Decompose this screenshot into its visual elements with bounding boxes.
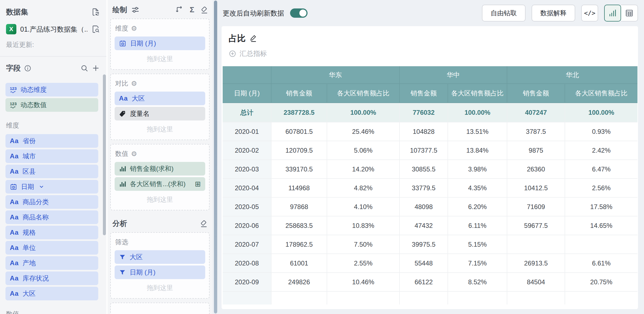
bar-chart-icon	[119, 165, 126, 172]
pill-label: 动态数值	[20, 101, 47, 109]
sidebar-field-城市[interactable]: Aa城市	[5, 149, 98, 163]
pill-label: 大区	[23, 289, 36, 298]
text-field-icon: Aa	[10, 290, 19, 297]
sidebar-field-动态维度[interactable]: 123动态维度	[5, 83, 98, 96]
sidebar-field-产地[interactable]: Aa产地	[5, 256, 98, 270]
sidebar-field-规格[interactable]: Aa规格	[5, 226, 98, 239]
table-cell: 30855.5	[399, 160, 448, 179]
filter-dropzone[interactable]: 筛选 大区日期 (月) 拖到这里	[110, 232, 210, 299]
clear-canvas-eraser-icon[interactable]	[200, 6, 208, 14]
value-zone-label: 数值	[115, 149, 128, 158]
text-field-icon: Aa	[10, 137, 19, 145]
free-drill-button[interactable]: 自由钻取	[482, 5, 526, 22]
dimension-zone-label: 维度	[115, 24, 128, 33]
sidebar-field-省份[interactable]: Aa省份	[5, 134, 98, 148]
sidebar-field-日期[interactable]: 日期	[5, 180, 98, 194]
switch-dataset-icon[interactable]	[91, 8, 100, 16]
table-cell: 607801.5	[271, 122, 327, 141]
sidebar-field-单位[interactable]: Aa单位	[5, 241, 98, 255]
chart-view-button[interactable]	[604, 5, 621, 22]
table-cell: 4.10%	[327, 197, 399, 216]
table-cell: 0.93%	[565, 122, 637, 141]
aggregate-sigma-icon[interactable]: Σ	[190, 5, 194, 14]
dimension-gear-icon[interactable]: ⚙	[131, 25, 137, 32]
table-cell	[565, 235, 637, 254]
zone-pill-大区[interactable]: Aa大区	[115, 92, 205, 105]
text-field-icon: Aa	[10, 229, 19, 236]
table-cell: 14.65%	[565, 216, 637, 235]
column-header: 销售金额	[271, 84, 327, 103]
pill-label: 商品分类	[23, 198, 49, 206]
text-field-icon: Aa	[10, 152, 19, 160]
dataset-name: 01.产品练习数据集（...	[20, 25, 87, 34]
zone-pill-销售金额(求和)[interactable]: 销售金额(求和)	[115, 162, 205, 176]
auto-refresh-toggle[interactable]	[290, 8, 308, 18]
value-dropzone[interactable]: 数值 ⚙ 销售金额(求和)各大区销售...(求和)⊞ 拖到这里	[110, 144, 210, 210]
bar-chart-icon	[119, 180, 126, 188]
sidebar-field-商品分类[interactable]: Aa商品分类	[5, 195, 98, 209]
pill-label: 商品名称	[23, 213, 49, 222]
chart-settings-icon[interactable]	[131, 5, 140, 14]
sidebar-field-动态数值[interactable]: 123动态数值	[5, 98, 98, 112]
table-cell: 48098	[399, 197, 448, 216]
search-fields-icon[interactable]	[80, 64, 88, 72]
text-field-icon: Aa	[10, 198, 19, 206]
analysis-title: 分析	[112, 219, 127, 228]
pill-label: 规格	[23, 228, 36, 237]
sidebar-scrollbar[interactable]	[103, 74, 106, 235]
plus-circle-icon	[229, 50, 236, 58]
region-header-华东: 华东	[271, 66, 399, 84]
extra-dropzone[interactable]	[110, 303, 210, 314]
table-cell: 2020-08	[223, 254, 271, 273]
zone-pill-度量名[interactable]: 度量名	[115, 107, 205, 120]
sidebar-field-区县[interactable]: Aa区县	[5, 165, 98, 178]
table-cell: 114968	[271, 179, 327, 197]
add-summary-metric[interactable]: 汇总指标	[229, 49, 638, 58]
filter-funnel-icon	[119, 269, 126, 276]
sidebar-field-商品名称[interactable]: Aa商品名称	[5, 210, 98, 224]
panel-splitter[interactable]	[212, 0, 219, 314]
dimension-dropzone[interactable]: 维度 ⚙ 日期 (月) 拖到这里	[110, 19, 210, 70]
compare-gear-icon[interactable]: ⚙	[131, 80, 137, 87]
pill-label: 产地	[23, 259, 36, 267]
sidebar-field-库存状况[interactable]: Aa库存状况	[5, 271, 98, 285]
calculated-field-icon: ⊞	[195, 180, 201, 188]
preview-dataset-icon[interactable]	[91, 25, 100, 34]
zone-pill-各大区销售...(求和)[interactable]: 各大区销售...(求和)⊞	[115, 177, 205, 191]
dataset-item[interactable]: X 01.产品练习数据集（...	[6, 24, 100, 34]
fields-title: 字段	[6, 63, 21, 73]
zone-pill-大区[interactable]: 大区	[115, 250, 205, 264]
table-cell	[399, 291, 448, 304]
result-card: 占比 汇总指标 华东华中华北日期 (月)销售金额各大区销售额占比销售金额各大区销…	[222, 26, 638, 309]
table-view-button[interactable]	[621, 5, 638, 22]
table-cell: 2020-06	[223, 216, 271, 235]
add-field-icon[interactable]	[92, 64, 100, 72]
table-cell: 107377.5	[399, 141, 448, 160]
transpose-axes-icon[interactable]	[175, 6, 184, 14]
pill-label: 区县	[23, 167, 36, 176]
zone-pill-日期 (月)[interactable]: 日期 (月)	[115, 37, 205, 50]
table-cell: 104828	[399, 122, 448, 141]
table-cell: 100.00%	[565, 103, 637, 122]
value-gear-icon[interactable]: ⚙	[131, 150, 137, 158]
table-cell: 总计	[223, 103, 271, 122]
clear-analysis-eraser-icon[interactable]	[200, 219, 208, 228]
column-header: 各大区销售额占比	[448, 84, 507, 103]
compare-dropzone[interactable]: 对比 ⚙ Aa大区度量名 拖到这里	[110, 74, 210, 140]
sidebar-field-大区[interactable]: Aa大区	[5, 287, 98, 300]
table-cell: 61001	[271, 254, 327, 273]
view-mode-segment	[604, 5, 638, 22]
table-cell: 14.20%	[327, 160, 399, 179]
splitter-handle[interactable]	[214, 1, 217, 313]
table-row: 2020-07178962.57.50%39975.55.15%	[223, 235, 637, 254]
bar-chart-icon	[608, 9, 617, 17]
table-row: 2020-05978684.10%480986.20%7160917.58%	[223, 197, 637, 216]
table-cell: 100.00%	[448, 103, 507, 122]
edit-title-pencil-icon[interactable]	[249, 34, 258, 43]
table-row: 2020-02120709.55.06%107377.513.84%98752.…	[223, 141, 637, 160]
data-explain-button[interactable]: 数据解释	[532, 5, 575, 22]
dynamic-field-list: 123动态维度123动态数值	[5, 83, 98, 112]
code-view-button[interactable]: </>	[581, 5, 598, 22]
zone-pill-日期 (月)[interactable]: 日期 (月)	[115, 265, 205, 279]
column-header: 各大区销售额占比	[565, 84, 637, 103]
